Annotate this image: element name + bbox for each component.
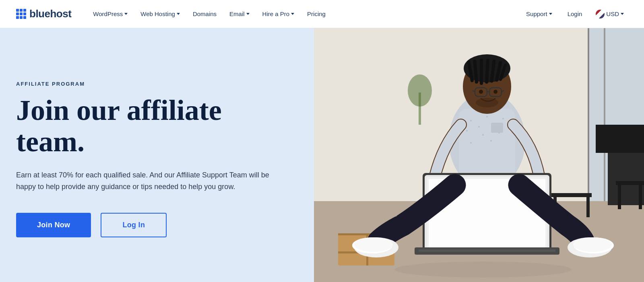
hero-title: Join our affiliate team. xyxy=(16,95,290,158)
chevron-down-icon xyxy=(621,13,624,15)
svg-rect-11 xyxy=(596,125,644,153)
flag-icon xyxy=(596,10,605,19)
svg-rect-13 xyxy=(618,185,621,209)
svg-point-64 xyxy=(394,261,572,278)
logo-text: bluehost xyxy=(29,8,71,20)
svg-point-30 xyxy=(490,140,492,142)
nav-item-webhosting[interactable]: Web Hosting xyxy=(135,7,186,21)
nav-item-wordpress[interactable]: WordPress xyxy=(87,7,133,21)
nav-links: WordPress Web Hosting Domains Email Hire… xyxy=(87,7,520,21)
log-in-button[interactable]: Log In xyxy=(101,213,167,237)
svg-point-47 xyxy=(479,90,483,94)
nav-right: Support Login USD xyxy=(520,6,628,22)
chevron-down-icon xyxy=(291,13,294,15)
svg-point-23 xyxy=(478,126,480,128)
svg-point-27 xyxy=(466,130,468,132)
hero-description: Earn at least 70% for each qualified sal… xyxy=(16,169,278,193)
nav-support[interactable]: Support xyxy=(520,7,558,21)
chevron-down-icon xyxy=(246,13,250,15)
svg-rect-32 xyxy=(491,123,503,133)
nav-item-hirepro[interactable]: Hire a Pro xyxy=(257,7,300,21)
svg-point-60 xyxy=(354,237,393,252)
nav-login[interactable]: Login xyxy=(561,7,589,21)
svg-rect-17 xyxy=(586,197,590,217)
nav-item-email[interactable]: Email xyxy=(224,7,255,21)
svg-rect-14 xyxy=(639,185,642,209)
logo-grid-icon xyxy=(16,9,26,19)
svg-point-49 xyxy=(476,98,498,107)
svg-point-31 xyxy=(470,142,472,144)
nav-item-domains[interactable]: Domains xyxy=(187,7,222,21)
svg-rect-37 xyxy=(480,59,483,85)
svg-point-63 xyxy=(573,237,612,252)
svg-rect-10 xyxy=(608,149,644,205)
nav-currency[interactable]: USD xyxy=(592,6,628,22)
hero-section: AFFILIATE PROGRAM Join our affiliate tea… xyxy=(0,28,644,282)
svg-rect-15 xyxy=(551,193,592,197)
svg-rect-57 xyxy=(419,249,555,252)
svg-point-19 xyxy=(408,74,432,107)
svg-point-22 xyxy=(470,120,472,121)
navbar: bluehost WordPress Web Hosting Domains E… xyxy=(0,0,644,28)
svg-point-28 xyxy=(482,134,484,136)
chevron-down-icon xyxy=(124,13,128,15)
svg-point-26 xyxy=(502,118,504,119)
chevron-down-icon xyxy=(177,13,180,15)
chevron-down-icon xyxy=(549,13,552,15)
join-now-button[interactable]: Join Now xyxy=(16,213,91,237)
hero-buttons: Join Now Log In xyxy=(16,213,290,237)
svg-point-24 xyxy=(486,116,488,117)
hero-tag: AFFILIATE PROGRAM xyxy=(16,81,290,87)
svg-rect-12 xyxy=(616,181,644,185)
logo[interactable]: bluehost xyxy=(16,8,71,20)
hero-image xyxy=(314,28,644,282)
nav-item-pricing[interactable]: Pricing xyxy=(301,7,331,21)
hero-right xyxy=(314,28,644,282)
hero-left: AFFILIATE PROGRAM Join our affiliate tea… xyxy=(0,28,314,282)
svg-point-48 xyxy=(493,90,497,94)
